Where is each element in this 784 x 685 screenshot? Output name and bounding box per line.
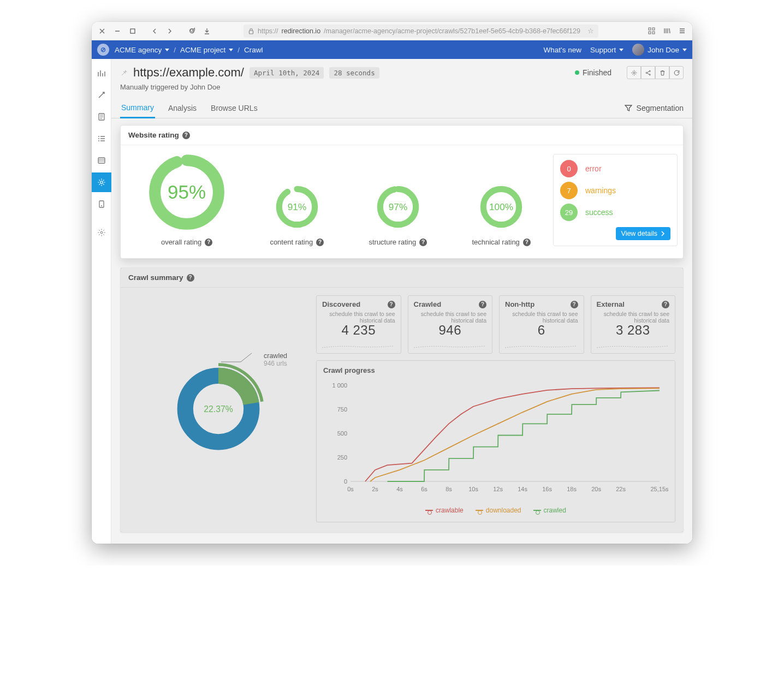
help-icon[interactable]: ? (479, 301, 486, 308)
share-icon[interactable] (641, 66, 655, 79)
svg-rect-1 (250, 31, 253, 34)
svg-point-14 (649, 70, 650, 72)
view-details-button[interactable]: View details (616, 227, 670, 240)
metric-discovered: Discovered? schedule this crawl to see h… (316, 295, 401, 354)
svg-text:750: 750 (337, 406, 347, 413)
user-menu[interactable]: John Doe (648, 46, 687, 54)
metric-crawled: Crawled? schedule this crawl to see hist… (408, 295, 493, 354)
svg-rect-7 (98, 158, 105, 163)
svg-text:25,15s: 25,15s (650, 486, 668, 492)
breadcrumb-project[interactable]: ACME project (180, 46, 233, 54)
refresh-icon[interactable] (669, 66, 684, 79)
svg-text:97%: 97% (389, 201, 407, 212)
metric-nonhttp: Non-http? schedule this crawl to see his… (499, 295, 584, 354)
svg-point-10 (101, 205, 102, 206)
whats-new-link[interactable]: What's new (544, 46, 581, 54)
svg-rect-2 (649, 28, 651, 30)
app-logo[interactable]: ⊘ (97, 44, 109, 56)
close-icon[interactable] (96, 25, 108, 37)
svg-text:16s: 16s (542, 486, 552, 492)
sidebar-item-3[interactable] (92, 107, 111, 127)
svg-rect-9 (99, 201, 104, 207)
help-icon[interactable]: ? (182, 132, 190, 139)
sidebar-item-5[interactable] (92, 151, 111, 170)
svg-text:10s: 10s (468, 486, 478, 492)
download-icon[interactable] (201, 25, 213, 37)
help-icon[interactable]: ? (316, 239, 324, 246)
status-badge: Finished (575, 68, 611, 77)
breadcrumb-org[interactable]: ACME agency (115, 46, 169, 54)
help-icon[interactable]: ? (205, 239, 212, 246)
svg-text:2s: 2s (372, 486, 378, 492)
svg-text:1 000: 1 000 (332, 382, 347, 389)
svg-text:95%: 95% (168, 181, 206, 202)
svg-text:8s: 8s (446, 486, 452, 492)
svg-text:250: 250 (337, 454, 347, 461)
help-icon[interactable]: ? (388, 301, 395, 308)
progress-chart: 1 000 750 500 250 0 0s2s (323, 378, 668, 503)
sidebar-item-1[interactable] (92, 63, 111, 83)
apps-icon[interactable] (645, 25, 657, 37)
sidebar-item-4[interactable] (92, 129, 111, 148)
stats-box: 0error 7warnings 29success View details (553, 154, 678, 246)
help-icon[interactable]: ? (419, 239, 427, 246)
bookmark-icon[interactable]: ☆ (587, 27, 594, 35)
crawl-donut: 22.37% crawled 946 urls (128, 295, 308, 522)
stat-success: 29success (560, 204, 670, 221)
help-icon[interactable]: ? (571, 301, 578, 308)
svg-rect-4 (649, 32, 651, 34)
svg-text:20s: 20s (591, 486, 601, 492)
back-icon[interactable] (149, 25, 161, 37)
library-icon[interactable] (661, 25, 673, 37)
lock-icon (248, 28, 254, 34)
duration-chip: 28 seconds (329, 67, 379, 79)
delete-icon[interactable] (655, 66, 669, 79)
svg-point-12 (633, 72, 634, 73)
menu-icon[interactable] (676, 25, 688, 37)
address-bar[interactable]: https://redirection.io/manager/acme-agen… (243, 25, 598, 38)
crawl-summary-card: Crawl summary? 22.37% crawled (120, 267, 684, 533)
svg-rect-5 (652, 32, 655, 34)
help-icon[interactable]: ? (187, 274, 194, 282)
sidebar-item-settings[interactable] (92, 223, 111, 242)
sidebar-item-2[interactable] (92, 85, 111, 105)
svg-rect-0 (130, 29, 135, 33)
date-chip: April 10th, 2024 (250, 67, 324, 79)
filter-icon (625, 104, 632, 112)
pin-icon[interactable]: 📌︎ (120, 68, 128, 77)
reload-icon[interactable] (186, 25, 198, 37)
url-path: /manager/acme-agency/acme-project/crawls… (324, 27, 580, 35)
svg-text:100%: 100% (489, 201, 513, 212)
url-host: redirection.io (282, 27, 321, 35)
chart-legend: crawlable downloaded crawled (323, 507, 668, 514)
breadcrumb-section[interactable]: Crawl (244, 46, 263, 54)
help-icon[interactable]: ? (662, 301, 669, 308)
maximize-icon[interactable] (127, 25, 139, 37)
help-icon[interactable]: ? (523, 239, 531, 246)
sidebar-item-7[interactable] (92, 194, 111, 214)
tab-analysis[interactable]: Analysis (167, 98, 198, 117)
svg-text:0: 0 (344, 478, 347, 485)
settings-icon[interactable] (627, 66, 641, 79)
minimize-icon[interactable] (111, 25, 123, 37)
svg-text:14s: 14s (518, 486, 527, 492)
segmentation-button[interactable]: Segmentation (625, 104, 684, 112)
stat-error: 0error (560, 160, 670, 177)
card-title: Crawl summary (128, 273, 183, 282)
tabs: Summary Analysis Browse URLs Segmentatio… (111, 98, 692, 118)
side-rail (92, 59, 111, 544)
app-bar: ⊘ ACME agency / ACME project / Crawl Wha… (92, 40, 692, 59)
website-rating-card: Website rating? 95% overall rating? (120, 125, 684, 259)
tab-summary[interactable]: Summary (120, 98, 155, 118)
forward-icon[interactable] (164, 25, 176, 37)
stat-warnings: 7warnings (560, 182, 670, 199)
avatar[interactable] (632, 44, 644, 56)
support-link[interactable]: Support (590, 46, 623, 54)
svg-point-11 (100, 231, 103, 234)
content-rating: 91% content rating? (270, 183, 324, 246)
triggered-by: Manually triggered by John Doe (120, 83, 684, 91)
sidebar-item-crawl[interactable] (92, 172, 111, 192)
svg-text:500: 500 (337, 430, 347, 437)
tab-browse[interactable]: Browse URLs (210, 98, 259, 117)
svg-text:12s: 12s (493, 486, 503, 492)
